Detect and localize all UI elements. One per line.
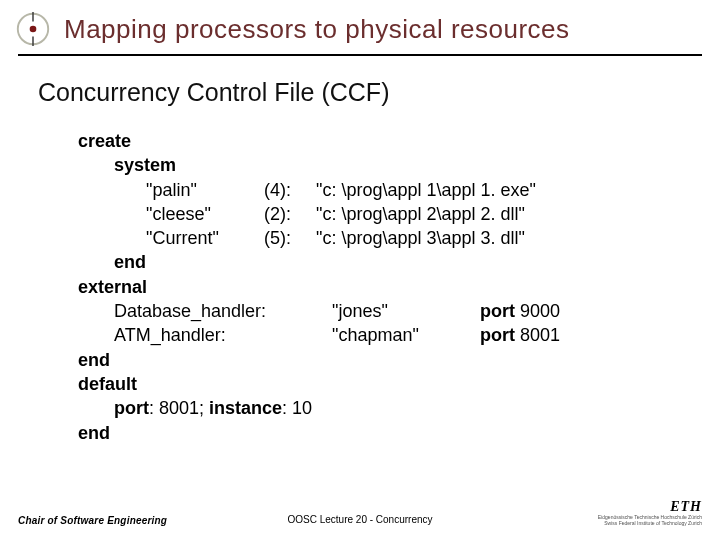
sys-path: "c: \prog\appl 2\appl 2. dll" [316,202,525,226]
code-block: create system "palin" (4): "c: \prog\app… [0,119,720,445]
ext-host: "chapman" [332,323,480,347]
kw-system: system [78,153,720,177]
system-row: "palin" (4): "c: \prog\appl 1\appl 1. ex… [78,178,720,202]
sys-path: "c: \prog\appl 3\appl 3. dll" [316,226,525,250]
slide: Mapping processors to physical resources… [0,0,720,540]
ext-name: Database_handler: [114,299,332,323]
kw-end: end [78,348,720,372]
slide-title: Mapping processors to physical resources [64,14,570,45]
ext-port-val: 9000 [515,301,560,321]
footer-center: OOSC Lecture 20 - Concurrency [287,514,432,525]
ext-port: port 8001 [480,323,560,347]
default-instance-val: : 10 [282,398,312,418]
system-row: "cleese" (2): "c: \prog\appl 2\appl 2. d… [78,202,720,226]
kw-end: end [78,421,720,445]
bullet-icon [14,10,52,48]
svg-point-1 [30,26,37,33]
external-row: ATM_handler: "chapman" port 8001 [78,323,720,347]
kw-instance: instance [209,398,282,418]
slide-subtitle: Concurrency Control File (CCF) [0,56,720,119]
kw-port: port [480,301,515,321]
default-port-val: : 8001; [149,398,209,418]
sys-name: "cleese" [146,202,264,226]
sys-name: "Current" [146,226,264,250]
kw-external: external [78,275,720,299]
sys-num: (4): [264,178,316,202]
title-row: Mapping processors to physical resources [0,0,720,54]
external-row: Database_handler: "jones" port 9000 [78,299,720,323]
sys-num: (2): [264,202,316,226]
sys-path: "c: \prog\appl 1\appl 1. exe" [316,178,536,202]
sys-name: "palin" [146,178,264,202]
ext-port-val: 8001 [515,325,560,345]
eth-logo: ETH [598,499,702,515]
default-line: port: 8001; instance: 10 [78,396,720,420]
ext-name: ATM_handler: [114,323,332,347]
sys-num: (5): [264,226,316,250]
ext-port: port 9000 [480,299,560,323]
kw-default: default [78,372,720,396]
kw-port: port [114,398,149,418]
kw-create: create [78,129,720,153]
eth-sub: Swiss Federal Institute of Technology Zu… [598,521,702,527]
footer-left: Chair of Software Engineering [18,515,167,526]
kw-port: port [480,325,515,345]
ext-host: "jones" [332,299,480,323]
footer-right: ETH Eidgenössische Technische Hochschule… [598,499,702,526]
kw-end: end [78,250,720,274]
system-row: "Current" (5): "c: \prog\appl 3\appl 3. … [78,226,720,250]
